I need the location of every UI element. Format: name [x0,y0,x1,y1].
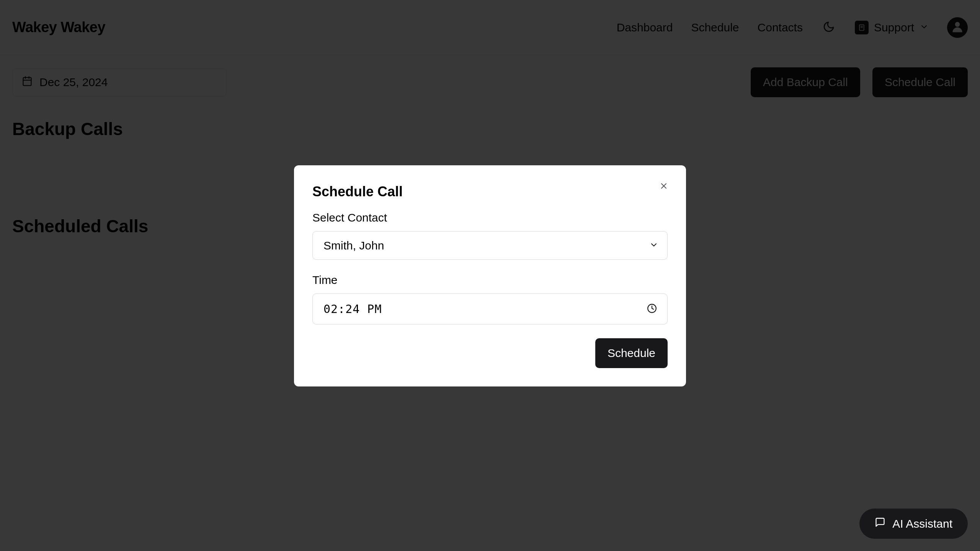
contact-label: Select Contact [312,211,668,224]
contact-select-wrap: Smith, John [312,231,668,260]
time-label: Time [312,274,668,287]
contact-select[interactable]: Smith, John [312,231,668,260]
modal-close-button[interactable] [658,181,670,193]
ai-assistant-label: AI Assistant [892,517,952,530]
close-icon [659,181,668,192]
modal-title: Schedule Call [312,184,668,200]
time-input-wrap [312,293,668,324]
chat-icon [875,517,885,530]
ai-assistant-button[interactable]: AI Assistant [859,509,968,539]
schedule-call-modal: Schedule Call Select Contact Smith, John… [294,165,686,386]
schedule-submit-button[interactable]: Schedule [595,338,668,368]
modal-footer: Schedule [312,338,668,368]
modal-overlay[interactable]: Schedule Call Select Contact Smith, John… [0,0,980,551]
time-input[interactable] [312,293,668,324]
